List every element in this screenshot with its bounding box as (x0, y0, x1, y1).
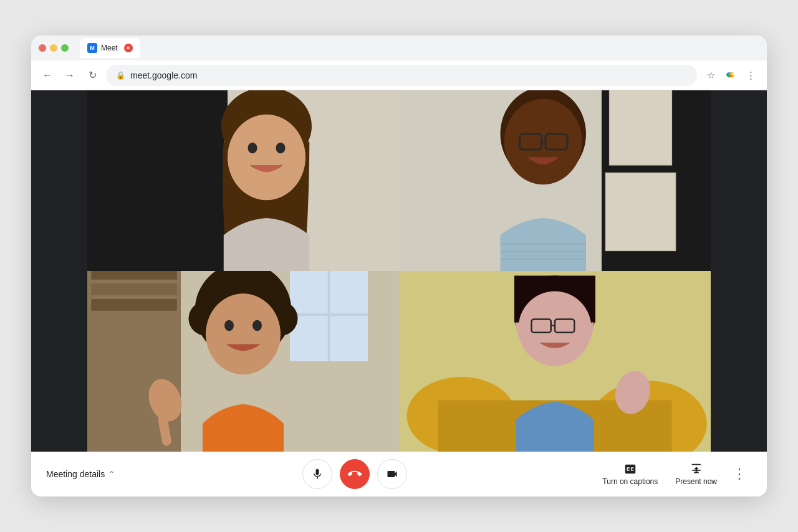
camera-button[interactable] (377, 459, 407, 489)
more-options-button[interactable]: ⋮ (727, 462, 752, 487)
address-bar: ← → ↻ 🔒 meet.google.com ☆ (31, 60, 767, 90)
video-cell-4 (399, 271, 711, 452)
svg-rect-9 (610, 90, 672, 165)
more-options-icon: ⋮ (733, 466, 746, 482)
svg-rect-24 (91, 299, 177, 311)
tab-title: Meet (101, 44, 118, 52)
captions-label: Turn on captions (602, 477, 658, 486)
refresh-button[interactable]: ↻ (84, 67, 101, 84)
minimize-button[interactable] (50, 44, 57, 52)
present-icon (690, 462, 703, 476)
tab-bar: M Meet ✕ (80, 38, 140, 58)
close-button[interactable] (39, 44, 46, 52)
end-call-icon (345, 464, 365, 483)
refresh-icon: ↻ (89, 69, 97, 81)
forward-icon: → (65, 70, 75, 81)
control-bar: Meeting details ⌃ (31, 452, 767, 496)
svg-point-35 (224, 320, 234, 331)
browser-window: M Meet ✕ ← → ↻ 🔒 meet.google.com ☆ (31, 36, 767, 496)
mic-icon (311, 468, 324, 480)
active-tab[interactable]: M Meet ✕ (80, 38, 140, 58)
svg-point-6 (276, 143, 286, 154)
meeting-details-label: Meeting details (46, 469, 105, 479)
present-now-button[interactable]: Present now (668, 460, 724, 488)
more-button[interactable]: ⋮ (742, 67, 759, 84)
svg-rect-1 (87, 90, 228, 271)
video-cell-3 (87, 271, 399, 452)
traffic-lights (39, 44, 69, 52)
star-icon: ☆ (707, 70, 715, 81)
mic-button[interactable] (302, 459, 332, 489)
video-grid (87, 90, 711, 452)
video-cell-2 (399, 90, 711, 271)
url-bar[interactable]: 🔒 meet.google.com (106, 65, 697, 86)
svg-rect-16 (501, 243, 587, 245)
participant-2-video (399, 90, 711, 271)
svg-rect-18 (501, 259, 587, 260)
camera-icon (386, 468, 398, 480)
title-bar: M Meet ✕ (31, 36, 767, 60)
svg-point-4 (228, 115, 305, 201)
favicon-letter: M (90, 45, 95, 51)
maximize-button[interactable] (61, 44, 69, 52)
center-controls (115, 459, 595, 489)
drive-button[interactable] (722, 67, 739, 84)
svg-point-36 (252, 320, 262, 331)
main-content: 5 👤 YOU (31, 90, 767, 452)
participant-4-video (399, 271, 711, 452)
svg-rect-10 (605, 173, 676, 251)
google-drive-icon (726, 70, 736, 80)
participant-1-video (87, 90, 399, 271)
captions-button[interactable]: Turn on captions (595, 460, 665, 488)
tab-close-button[interactable]: ✕ (124, 44, 133, 52)
right-controls: Turn on captions Present now ⋮ (595, 460, 752, 488)
back-button[interactable]: ← (39, 67, 56, 84)
present-now-label: Present now (675, 477, 717, 486)
address-actions: ☆ ⋮ (702, 67, 759, 84)
captions-icon (623, 462, 637, 476)
url-text: meet.google.com (130, 70, 197, 80)
svg-point-34 (206, 293, 281, 374)
svg-rect-23 (91, 283, 177, 295)
video-cell-1 (87, 90, 399, 271)
lock-icon: 🔒 (116, 71, 125, 80)
back-icon: ← (42, 70, 52, 81)
chevron-up-icon: ⌃ (108, 470, 115, 478)
end-call-button[interactable] (340, 459, 370, 489)
tab-favicon: M (87, 43, 97, 53)
meeting-details-button[interactable]: Meeting details ⌃ (46, 469, 115, 479)
svg-rect-17 (501, 251, 587, 253)
svg-point-5 (248, 143, 257, 154)
close-icon: ✕ (126, 45, 130, 51)
participant-3-video (87, 271, 399, 452)
bookmark-button[interactable]: ☆ (702, 67, 719, 84)
forward-button[interactable]: → (61, 67, 79, 84)
more-icon: ⋮ (746, 70, 756, 81)
svg-rect-22 (91, 271, 177, 280)
